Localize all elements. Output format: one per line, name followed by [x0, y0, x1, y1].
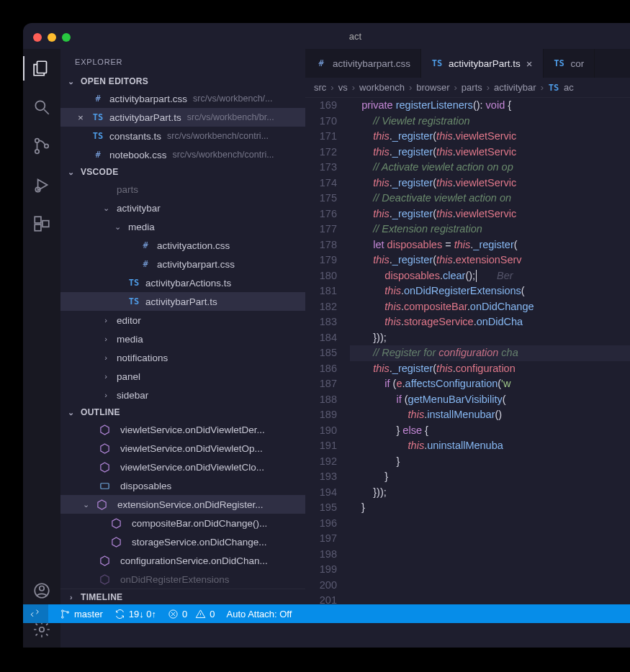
activity-search[interactable]: [23, 98, 60, 117]
outline-item[interactable]: onDidRegisterExtensions: [60, 570, 305, 589]
problems-button[interactable]: 0 0: [168, 609, 215, 619]
chevron-icon: ›: [101, 391, 111, 399]
chevron-icon: ›: [101, 335, 111, 343]
debug-icon: [32, 176, 51, 194]
outline-item[interactable]: viewletService.onDidViewletClo...: [60, 458, 305, 476]
tree-item[interactable]: ›notifications: [60, 348, 305, 367]
tree-item[interactable]: TSactivitybarPart.ts: [60, 292, 305, 311]
breadcrumb-segment[interactable]: vs: [338, 82, 348, 93]
open-editor-item[interactable]: ×TSactivitybarPart.tssrc/vs/workbench/br…: [60, 108, 305, 127]
tab-label: activitybarPart.ts: [449, 58, 521, 69]
outline-item[interactable]: configurationService.onDidChan...: [60, 551, 305, 570]
editor-tab[interactable]: #activitybarpart.css: [305, 49, 421, 78]
breadcrumb[interactable]: src›vs›workbench›browser›parts›activityb…: [305, 78, 630, 98]
tree-item[interactable]: ›sidebar: [60, 386, 305, 404]
line-number-gutter: 169 170 171 172 173 174 175 176 177 178 …: [305, 98, 350, 648]
file-type-icon: TS: [548, 83, 559, 93]
file-tree: parts⌄activitybar⌄media#activityaction.c…: [60, 180, 305, 404]
variable-icon: [99, 481, 110, 491]
breadcrumb-segment[interactable]: browser: [416, 82, 449, 93]
close-icon[interactable]: ×: [526, 58, 533, 70]
sync-status: 19↓ 0↑: [129, 609, 156, 619]
tree-item[interactable]: ⌄activitybar: [60, 199, 305, 217]
activity-scm[interactable]: [23, 137, 60, 155]
open-editor-item[interactable]: TSconstants.tssrc/vs/workbench/contri...: [60, 127, 305, 145]
open-editor-item[interactable]: #notebook.csssrc/vs/workbench/contri...: [60, 145, 305, 164]
method-icon: [99, 443, 110, 454]
outline-item-label: disposables: [120, 481, 171, 491]
outline-item-label: configurationService.onDidChan...: [120, 555, 268, 566]
svg-rect-8: [42, 221, 49, 227]
git-branch-button[interactable]: master: [60, 609, 103, 619]
source-control-icon: [32, 137, 51, 155]
window-traffic-lights: [23, 23, 81, 49]
timeline-header[interactable]: › TIMELINE: [60, 589, 305, 605]
auto-attach-button[interactable]: Auto Attach: Off: [227, 609, 292, 619]
activity-run-debug[interactable]: [23, 176, 60, 194]
sync-icon: [114, 609, 125, 619]
activity-explorer[interactable]: [23, 59, 60, 78]
window-maximize-button[interactable]: [62, 33, 71, 42]
tree-item[interactable]: ›editor: [60, 311, 305, 330]
tree-item[interactable]: #activityaction.css: [60, 236, 305, 255]
svg-point-13: [62, 609, 64, 612]
code-editor[interactable]: 169 170 171 172 173 174 175 176 177 178 …: [305, 98, 630, 648]
folder-title: VSCODE: [81, 167, 118, 177]
chevron-icon: ⌄: [112, 222, 122, 232]
tree-item[interactable]: ›media: [60, 330, 305, 348]
editor-tab[interactable]: TSactivitybarPart.ts×: [421, 49, 544, 78]
open-editor-item[interactable]: #activitybarpart.csssrc/vs/workbench/...: [60, 89, 305, 108]
outline-item[interactable]: viewletService.onDidViewletOp...: [60, 439, 305, 458]
close-icon[interactable]: ×: [75, 112, 86, 123]
tree-item[interactable]: TSactivitybarActions.ts: [60, 273, 305, 292]
editor-tab[interactable]: TScor: [544, 49, 595, 78]
activity-accounts[interactable]: [23, 581, 60, 600]
file-type-icon: TS: [554, 58, 565, 68]
files-icon: [32, 59, 51, 78]
window-close-button[interactable]: [33, 33, 42, 42]
git-branch-icon: [60, 609, 71, 619]
tree-item[interactable]: ⌄media: [60, 217, 305, 236]
chevron-right-icon: ›: [330, 82, 333, 93]
file-path: src/vs/workbench/...: [193, 94, 272, 104]
open-editors-header[interactable]: ⌄ OPEN EDITORS: [60, 73, 305, 89]
breadcrumb-segment[interactable]: parts: [462, 82, 482, 93]
activity-extensions[interactable]: [23, 214, 60, 233]
code-lines[interactable]: private registerListeners(): void { // V…: [350, 98, 630, 648]
breadcrumb-segment[interactable]: src: [314, 82, 326, 93]
outline-item-label: compositeBar.onDidChange()...: [132, 518, 267, 529]
svg-point-1: [35, 101, 45, 110]
outline-item[interactable]: compositeBar.onDidChange()...: [60, 514, 305, 532]
breadcrumb-segment[interactable]: workbench: [359, 82, 405, 93]
chevron-icon: ⌄: [101, 204, 111, 213]
tree-item[interactable]: parts: [60, 180, 305, 199]
file-type-icon: #: [315, 58, 327, 68]
sync-button[interactable]: 19↓ 0↑: [114, 609, 156, 619]
chevron-icon: ›: [101, 372, 111, 381]
chevron-down-icon: ⌄: [66, 77, 76, 86]
window-minimize-button[interactable]: [48, 33, 56, 42]
outline-list: viewletService.onDidViewletDer...viewlet…: [60, 420, 305, 589]
file-type-icon: TS: [431, 58, 443, 68]
outline-item-label: viewletService.onDidViewletOp...: [120, 443, 263, 454]
outline-item[interactable]: disposables: [60, 476, 305, 495]
open-editors-label: OPEN EDITORS: [81, 76, 148, 86]
breadcrumb-segment[interactable]: ac: [564, 82, 574, 93]
outline-header[interactable]: ⌄ OUTLINE: [60, 404, 305, 420]
tree-item[interactable]: #activitybarpart.css: [60, 255, 305, 273]
tree-item[interactable]: ›panel: [60, 367, 305, 386]
outline-title: OUTLINE: [81, 407, 120, 417]
outline-item[interactable]: ⌄extensionService.onDidRegister...: [60, 495, 305, 514]
svg-rect-12: [101, 483, 109, 489]
file-type-icon: #: [92, 150, 104, 160]
outline-item[interactable]: viewletService.onDidViewletDer...: [60, 420, 305, 439]
tree-item-label: parts: [117, 184, 138, 195]
outline-item[interactable]: storageService.onDidChange...: [60, 532, 305, 551]
folder-header[interactable]: ⌄ VSCODE: [60, 164, 305, 180]
extensions-icon: [32, 214, 51, 233]
warning-icon: [195, 609, 206, 619]
method-icon: [99, 462, 110, 473]
remote-button[interactable]: [23, 604, 48, 623]
breadcrumb-segment[interactable]: activitybar: [494, 82, 536, 93]
method-icon: [99, 555, 110, 566]
